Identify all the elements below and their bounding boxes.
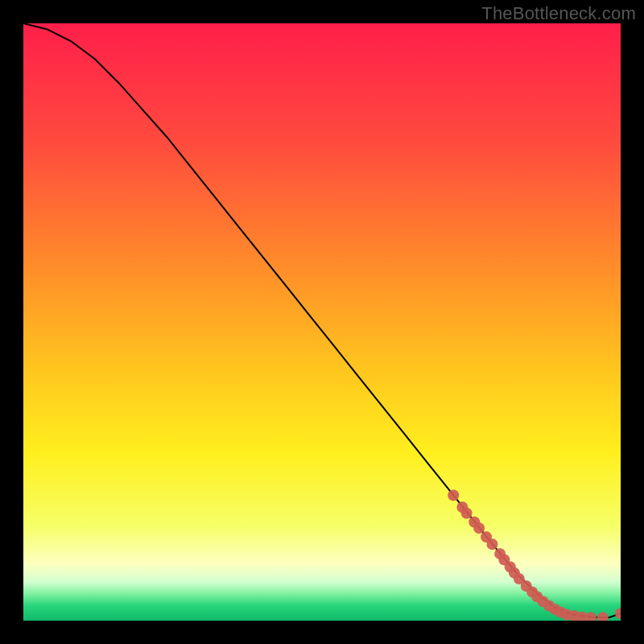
highlighted-point — [461, 507, 473, 518]
highlighted-point — [486, 539, 497, 550]
bottleneck-chart-svg — [23, 23, 621, 621]
chart-frame: TheBottleneck.com — [0, 0, 644, 644]
plot-area — [23, 23, 621, 621]
gradient-background — [23, 23, 621, 621]
watermark-text: TheBottleneck.com — [481, 3, 636, 24]
highlighted-point — [473, 522, 485, 534]
highlighted-point — [448, 489, 459, 501]
